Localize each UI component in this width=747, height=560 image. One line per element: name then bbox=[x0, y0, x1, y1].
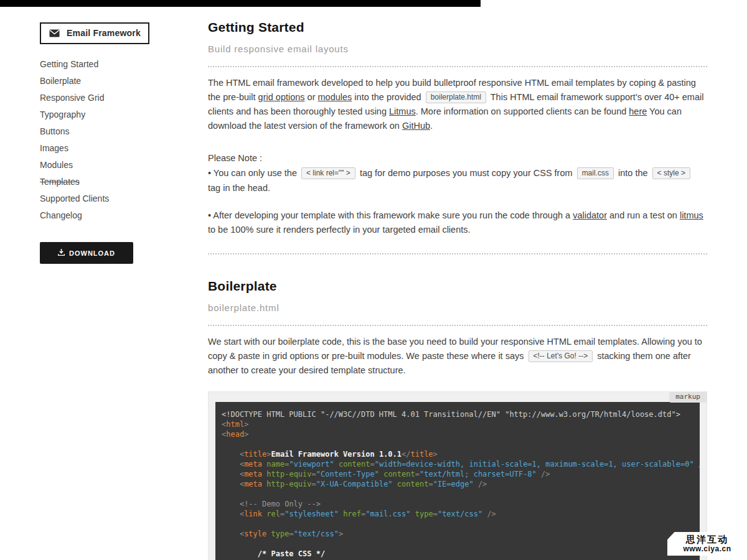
text-run: • After developing your template with th… bbox=[208, 210, 573, 220]
code-content: <!DOCTYPE HTML PUBLIC "-//W3C//DTD HTML … bbox=[222, 409, 693, 559]
code-editor-pre[interactable]: <!DOCTYPE HTML PUBLIC "-//W3C//DTD HTML … bbox=[215, 402, 700, 560]
text-link[interactable]: validator bbox=[573, 210, 607, 220]
text-link[interactable]: Litmus bbox=[389, 106, 416, 116]
text-run: into the bbox=[616, 168, 651, 178]
code-line bbox=[222, 439, 693, 449]
code-line: <!-- Demo Only --> bbox=[222, 499, 693, 509]
dotted-divider bbox=[208, 253, 707, 254]
code-line: <meta name="viewport" content="width=dev… bbox=[222, 459, 693, 469]
code-line bbox=[222, 519, 693, 529]
text-link[interactable]: here bbox=[629, 106, 647, 116]
text-link[interactable]: litmus bbox=[680, 210, 703, 220]
section-title-boilerplate: Boilerplate bbox=[208, 279, 707, 293]
text-run: . bbox=[430, 121, 433, 131]
code-line bbox=[222, 489, 693, 499]
inline-code-chip: <!-- Let's Go! --> bbox=[529, 350, 593, 362]
code-line bbox=[222, 539, 693, 549]
text-run: to be 100% sure it renders perfectly in … bbox=[208, 225, 471, 235]
code-line: <link rel="stylesheet" href="mail.css" t… bbox=[222, 509, 693, 519]
text-run: . More information on supported clients … bbox=[416, 106, 629, 116]
logo[interactable]: Email Framework bbox=[40, 22, 149, 44]
code-line: <html> bbox=[222, 419, 693, 429]
sidebar-item-changelog[interactable]: Changelog bbox=[40, 207, 164, 224]
text-run: or bbox=[305, 92, 318, 102]
text-run: Please Note : bbox=[208, 153, 262, 163]
text-run: tag in the head. bbox=[208, 183, 270, 193]
main-content: Getting Started Build responsive email l… bbox=[208, 0, 707, 560]
boilerplate-paragraph: We start with our boilerplate code, this… bbox=[208, 335, 707, 378]
code-line: <meta http-equiv="Content-Type" content=… bbox=[222, 469, 693, 479]
code-block: markup <!DOCTYPE HTML PUBLIC "-//W3C//DT… bbox=[208, 391, 707, 560]
envelope-icon bbox=[49, 29, 60, 37]
please-note-paragraph: Please Note :• You can only use the < li… bbox=[208, 151, 707, 195]
sidebar-item-typography[interactable]: Typography bbox=[40, 106, 164, 123]
download-label: DOWNLOAD bbox=[69, 250, 115, 257]
sidebar-item-modules[interactable]: Modules bbox=[40, 157, 164, 174]
text-link[interactable]: GitHub bbox=[402, 121, 430, 131]
sidebar-item-templates[interactable]: Templates bbox=[40, 174, 164, 190]
text-link[interactable]: grid options bbox=[258, 92, 305, 102]
code-language-tab: markup bbox=[669, 392, 707, 403]
section-title-getting-started: Getting Started bbox=[208, 21, 707, 34]
sidebar-item-getting-started[interactable]: Getting Started bbox=[40, 56, 164, 73]
text-run: • You can only use the bbox=[208, 168, 299, 178]
note-paragraph-2: • After developing your template with th… bbox=[208, 208, 707, 237]
watermark: 思洋互动 www.ciya.cn bbox=[667, 532, 747, 556]
sidebar-nav: Getting StartedBoilerplateResponsive Gri… bbox=[40, 56, 164, 224]
code-line: <meta http-equiv="X-UA-Compatible" conte… bbox=[222, 479, 693, 489]
sidebar-item-responsive-grid[interactable]: Responsive Grid bbox=[40, 90, 164, 106]
text-run: tag for demo purposes you must copy your… bbox=[357, 168, 575, 178]
code-line: <style type="text/css"> bbox=[222, 529, 693, 539]
dotted-divider bbox=[208, 325, 707, 326]
section-subtitle-getting-started: Build responsive email layouts bbox=[208, 43, 707, 55]
dotted-divider bbox=[208, 66, 707, 67]
code-line: <head> bbox=[222, 429, 693, 439]
section-subtitle-boilerplate: boilerplate.html bbox=[208, 302, 707, 314]
text-link[interactable]: modules bbox=[318, 92, 352, 102]
code-line: <title>Email Framework Version 1.0.1</ti… bbox=[222, 449, 693, 459]
sidebar-item-supported-clients[interactable]: Supported Clients bbox=[40, 190, 164, 207]
watermark-title: 思洋互动 bbox=[667, 534, 747, 544]
watermark-url: www.ciya.cn bbox=[667, 544, 747, 553]
download-button[interactable]: DOWNLOAD bbox=[40, 242, 133, 264]
sidebar: Email Framework Getting StartedBoilerpla… bbox=[40, 22, 164, 264]
logo-label: Email Framework bbox=[67, 28, 141, 38]
inline-code-chip: boilerplate.html bbox=[426, 91, 486, 103]
download-icon bbox=[58, 249, 65, 257]
code-line: <!DOCTYPE HTML PUBLIC "-//W3C//DTD HTML … bbox=[222, 409, 693, 419]
inline-code-chip: < link rel="" > bbox=[301, 167, 355, 179]
code-line: /* Paste CSS */ bbox=[222, 549, 693, 559]
sidebar-item-images[interactable]: Images bbox=[40, 140, 164, 157]
text-run: and run a test on bbox=[607, 210, 680, 220]
text-run: into the provided bbox=[352, 92, 423, 102]
inline-code-chip: mail.css bbox=[577, 167, 614, 179]
sidebar-item-buttons[interactable]: Buttons bbox=[40, 123, 164, 140]
sidebar-item-boilerplate[interactable]: Boilerplate bbox=[40, 73, 164, 90]
inline-code-chip: < style > bbox=[652, 167, 690, 179]
intro-paragraph: The HTML email framework developed to he… bbox=[208, 76, 707, 133]
